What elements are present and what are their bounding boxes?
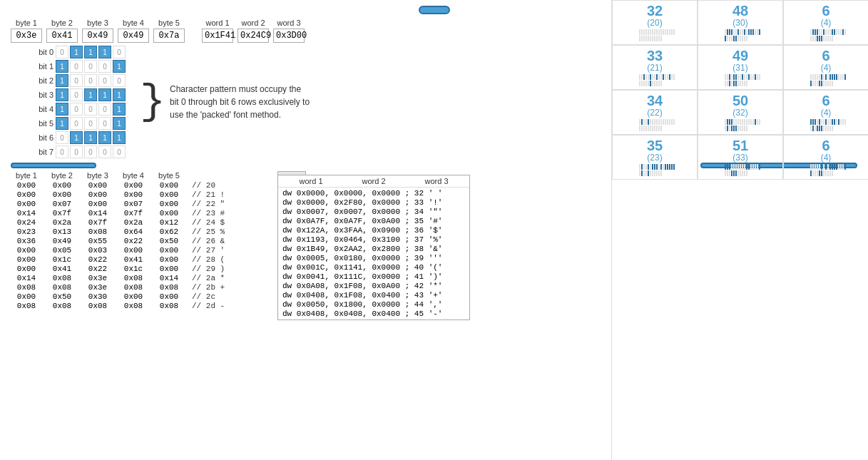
bit-cell-6-1[interactable]: 1: [70, 131, 83, 144]
input-cell-0-1[interactable]: 0x00: [46, 181, 78, 190]
input-cell-10-4[interactable]: 0x14: [153, 274, 185, 282]
byte-value-4[interactable]: 0x49: [118, 29, 149, 43]
input-cell-8-4[interactable]: 0x00: [153, 255, 185, 264]
bit-cell-3-4[interactable]: 1: [113, 88, 126, 101]
bit-cell-4-4[interactable]: 1: [113, 103, 126, 116]
input-cell-5-1[interactable]: 0x13: [46, 228, 78, 236]
input-cell-2-4[interactable]: 0x00: [153, 200, 185, 208]
input-cell-6-3[interactable]: 0x22: [118, 237, 149, 245]
input-cell-9-3[interactable]: 0x1c: [118, 265, 149, 273]
input-cell-4-1[interactable]: 0x2a: [46, 218, 78, 227]
bit-cell-2-2[interactable]: 0: [84, 74, 97, 87]
input-cell-4-2[interactable]: 0x7f: [82, 218, 113, 227]
bit-cell-5-4[interactable]: 1: [113, 117, 126, 130]
bit-cell-6-2[interactable]: 1: [84, 131, 97, 144]
input-cell-12-4[interactable]: 0x00: [153, 292, 185, 301]
input-cell-13-4[interactable]: 0x08: [153, 302, 185, 310]
input-cell-7-0[interactable]: 0x00: [11, 246, 42, 255]
input-cell-10-1[interactable]: 0x08: [46, 274, 78, 282]
input-cell-11-3[interactable]: 0x08: [118, 283, 149, 292]
input-cell-7-1[interactable]: 0x05: [46, 246, 78, 255]
input-cell-4-4[interactable]: 0x12: [153, 218, 185, 227]
input-cell-5-3[interactable]: 0x64: [118, 228, 149, 236]
bit-cell-1-1[interactable]: 0: [70, 60, 83, 73]
input-cell-3-1[interactable]: 0x7f: [46, 209, 78, 218]
word-value-1[interactable]: 0x1F41: [202, 29, 233, 43]
input-cell-10-3[interactable]: 0x08: [118, 274, 149, 282]
input-cell-0-4[interactable]: 0x00: [153, 181, 185, 190]
input-cell-8-3[interactable]: 0x41: [118, 255, 149, 264]
input-cell-2-1[interactable]: 0x07: [46, 200, 78, 208]
bit-cell-3-2[interactable]: 1: [84, 88, 97, 101]
input-cell-8-2[interactable]: 0x22: [82, 255, 113, 264]
bit-cell-4-0[interactable]: 1: [56, 103, 68, 116]
bit-cell-7-2[interactable]: 0: [84, 145, 97, 158]
input-cell-8-0[interactable]: 0x00: [11, 255, 42, 264]
byte-value-3[interactable]: 0x49: [82, 29, 113, 43]
input-cell-3-2[interactable]: 0x14: [82, 209, 113, 218]
input-cell-7-2[interactable]: 0x03: [82, 246, 113, 255]
input-cell-2-3[interactable]: 0x07: [118, 200, 149, 208]
input-cell-0-2[interactable]: 0x00: [82, 181, 113, 190]
input-cell-2-2[interactable]: 0x00: [82, 200, 113, 208]
input-cell-4-0[interactable]: 0x24: [11, 218, 42, 227]
input-cell-11-4[interactable]: 0x08: [153, 283, 185, 292]
input-cell-12-1[interactable]: 0x50: [46, 292, 78, 301]
bit-cell-7-0[interactable]: 0: [56, 145, 68, 158]
input-cell-1-3[interactable]: 0x00: [118, 190, 149, 199]
bit-cell-6-4[interactable]: 1: [113, 131, 126, 144]
bit-cell-1-3[interactable]: 0: [98, 60, 111, 73]
input-cell-1-2[interactable]: 0x00: [82, 190, 113, 199]
byte-value-5[interactable]: 0x7a: [153, 29, 185, 43]
input-cell-0-3[interactable]: 0x00: [118, 181, 149, 190]
input-cell-13-3[interactable]: 0x08: [118, 302, 149, 310]
input-cell-12-2[interactable]: 0x30: [82, 292, 113, 301]
input-cell-11-1[interactable]: 0x08: [46, 283, 78, 292]
input-cell-0-0[interactable]: 0x00: [11, 181, 42, 190]
bit-cell-1-2[interactable]: 0: [84, 60, 97, 73]
input-cell-3-0[interactable]: 0x14: [11, 209, 42, 218]
input-cell-9-0[interactable]: 0x00: [11, 265, 42, 273]
bit-cell-0-1[interactable]: 1: [70, 46, 83, 58]
input-cell-1-4[interactable]: 0x00: [153, 190, 185, 199]
input-cell-3-3[interactable]: 0x7f: [118, 209, 149, 218]
input-cell-6-2[interactable]: 0x55: [82, 237, 113, 245]
input-cell-11-0[interactable]: 0x08: [11, 283, 42, 292]
bit-cell-3-1[interactable]: 0: [70, 88, 83, 101]
bit-cell-4-3[interactable]: 0: [98, 103, 111, 116]
bit-cell-4-2[interactable]: 0: [84, 103, 97, 116]
bit-cell-6-3[interactable]: 1: [98, 131, 111, 144]
input-cell-11-2[interactable]: 0x3e: [82, 283, 113, 292]
bit-cell-5-1[interactable]: 0: [70, 117, 83, 130]
input-cell-1-0[interactable]: 0x00: [11, 190, 42, 199]
bit-cell-5-0[interactable]: 1: [56, 117, 68, 130]
input-cell-6-4[interactable]: 0x50: [153, 237, 185, 245]
input-cell-5-0[interactable]: 0x23: [11, 228, 42, 236]
byte-value-2[interactable]: 0x41: [46, 29, 78, 43]
byte-value-1[interactable]: 0x3e: [11, 29, 42, 43]
input-cell-13-0[interactable]: 0x08: [11, 302, 42, 310]
word-value-3[interactable]: 0x3D00: [273, 29, 305, 43]
bit-cell-7-1[interactable]: 0: [70, 145, 83, 158]
bit-cell-1-4[interactable]: 1: [113, 60, 126, 73]
bit-cell-1-0[interactable]: 1: [56, 60, 68, 73]
input-cell-5-4[interactable]: 0x62: [153, 228, 185, 236]
bit-cell-2-3[interactable]: 0: [98, 74, 111, 87]
input-cell-12-3[interactable]: 0x00: [118, 292, 149, 301]
input-cell-10-2[interactable]: 0x3e: [82, 274, 113, 282]
input-cell-9-4[interactable]: 0x00: [153, 265, 185, 273]
bit-cell-0-0[interactable]: 0: [56, 46, 68, 58]
bit-cell-2-0[interactable]: 1: [56, 74, 68, 87]
input-cell-6-0[interactable]: 0x36: [11, 237, 42, 245]
input-cell-7-3[interactable]: 0x00: [118, 246, 149, 255]
bit-cell-2-1[interactable]: 0: [70, 74, 83, 87]
input-cell-12-0[interactable]: 0x00: [11, 292, 42, 301]
input-cell-7-4[interactable]: 0x00: [153, 246, 185, 255]
bit-cell-2-4[interactable]: 0: [113, 74, 126, 87]
input-cell-13-1[interactable]: 0x08: [46, 302, 78, 310]
bit-cell-3-0[interactable]: 1: [56, 88, 68, 101]
input-cell-9-2[interactable]: 0x22: [82, 265, 113, 273]
bit-cell-5-3[interactable]: 0: [98, 117, 111, 130]
bit-cell-0-4[interactable]: 0: [113, 46, 126, 58]
bit-cell-0-2[interactable]: 1: [84, 46, 97, 58]
